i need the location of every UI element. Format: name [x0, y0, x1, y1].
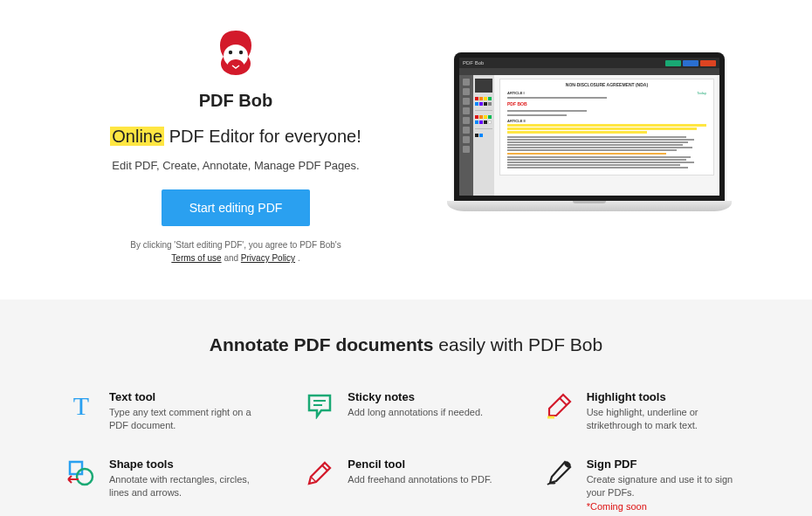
feature-pencil-tool: Pencil tool Add freehand annotations to …: [304, 458, 507, 513]
headline: Online PDF Editor for everyone!: [87, 127, 384, 147]
brand-name: PDF Bob: [87, 91, 384, 111]
headline-rest: PDF Editor for everyone!: [164, 127, 361, 146]
hero-content: PDF Bob Online PDF Editor for everyone! …: [87, 26, 384, 265]
svg-point-7: [77, 469, 93, 485]
feature-shape-tools: Shape tools Annotate with rectangles, ci…: [65, 458, 269, 513]
disclaimer-text: By clicking 'Start editing PDF', you agr…: [87, 238, 384, 265]
highlight-icon: [543, 390, 575, 422]
feature-text-tool: T Text tool Type any text comment right …: [65, 390, 269, 433]
app-btn: [700, 60, 716, 66]
svg-line-8: [322, 465, 327, 471]
start-editing-button[interactable]: Start editing PDF: [162, 189, 311, 226]
shapes-icon: [65, 458, 97, 489]
pencil-icon: [304, 458, 335, 489]
hero-section: PDF Bob Online PDF Editor for everyone! …: [0, 0, 812, 299]
svg-text:T: T: [73, 391, 89, 420]
app-btn: [665, 60, 681, 66]
feature-sign-pdf: Sign PDF Create signature and use it to …: [543, 458, 747, 513]
features-grid: T Text tool Type any text comment right …: [48, 390, 764, 513]
coming-soon-note: *Coming soon: [587, 501, 647, 512]
laptop-mockup: PDF Bob: [454, 52, 725, 211]
headline-highlight: Online: [110, 127, 164, 146]
logo-icon: [87, 26, 384, 82]
app-btn: [683, 60, 698, 66]
subheadline: Edit PDF, Create, Annotate, Manage PDF P…: [87, 159, 384, 172]
text-tool-icon: T: [65, 390, 97, 422]
feature-sticky-notes: Sticky notes Add long annotations if nee…: [304, 390, 507, 433]
svg-point-2: [239, 51, 243, 54]
features-section: Annotate PDF documents easily with PDF B…: [0, 299, 812, 516]
privacy-link[interactable]: Privacy Policy: [241, 253, 295, 263]
sticky-note-icon: [304, 390, 335, 422]
features-title: Annotate PDF documents easily with PDF B…: [0, 334, 812, 355]
svg-point-1: [229, 51, 232, 54]
feature-highlight-tools: Highlight tools Use highlight, underline…: [543, 390, 747, 433]
pen-icon: [543, 458, 575, 489]
terms-link[interactable]: Terms of use: [171, 253, 221, 263]
hero-image: PDF Bob: [454, 52, 725, 211]
svg-rect-6: [70, 462, 82, 474]
